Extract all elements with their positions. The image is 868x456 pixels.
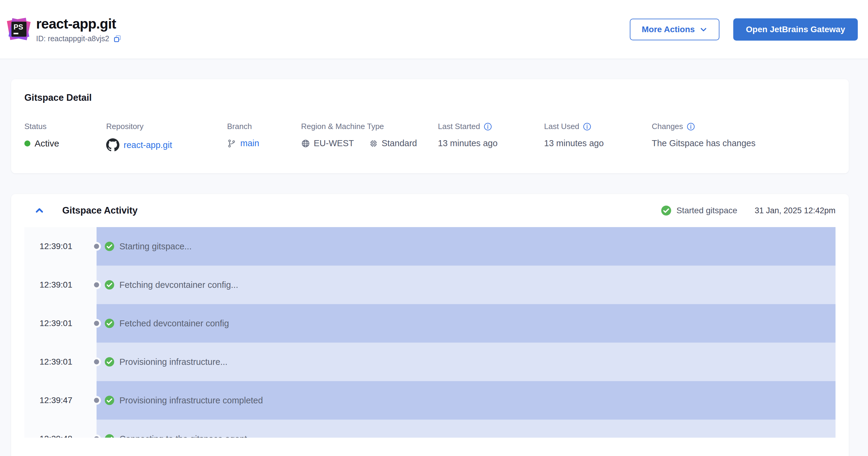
field-last-used: Last Used 13 minutes ago [544,122,652,152]
log-timestamp: 12:39:01 [24,304,97,343]
page-title: react-app.git [36,16,122,32]
repository-link[interactable]: react-app.git [124,140,172,150]
last-started-label: Last Started [438,122,480,131]
chevron-down-icon [700,26,707,33]
log-entry-label: Provisioning infrastructure... [119,357,227,367]
activity-log-row: 12:39:01 Provisioning infrastructure... [24,343,836,381]
activity-heading: Gitspace Activity [62,205,137,216]
log-entry-label: Connecting to the gitspace agent [119,434,247,438]
activity-log-row: 12:39:01 Starting gitspace... [24,227,836,266]
check-circle-icon [661,205,672,216]
timeline-dot-icon [92,281,101,290]
log-timestamp: 12:39:48 [24,420,97,438]
status-value: Active [35,139,59,149]
changes-label: Changes [652,122,683,131]
topbar: PS react-app.git ID: reactappgit-a8vjs2 … [0,0,868,59]
field-changes: Changes The Gitspace has changes [652,122,836,152]
last-used-value: 13 minutes ago [544,139,652,148]
more-actions-button[interactable]: More Actions [630,19,719,40]
activity-log-row: 12:39:47 Provisioning infrastructure com… [24,381,836,420]
repository-label: Repository [106,122,227,131]
status-active-dot-icon [24,141,30,147]
branch-link[interactable]: main [240,139,259,148]
gitspace-id: ID: reactappgit-a8vjs2 [36,34,109,43]
activity-log-row: 12:39:01 Fetching devcontainer config... [24,266,836,304]
copy-icon[interactable] [113,34,122,43]
collapse-activity-button[interactable] [33,205,45,217]
detail-heading: Gitspace Detail [24,92,836,103]
activity-log-row: 12:39:48 Connecting to the gitspace agen… [24,420,836,438]
logo-ps-monogram: PS [11,22,27,37]
info-icon[interactable] [583,122,591,131]
check-circle-icon [104,241,115,251]
github-icon [106,139,119,152]
log-timestamp: 12:39:01 [24,343,97,381]
info-icon[interactable] [687,122,695,131]
log-entry: Provisioning infrastructure... [97,343,836,381]
chevron-up-icon [33,205,45,217]
log-entry-label: Fetched devcontainer config [119,318,229,329]
log-entry: Provisioning infrastructure completed [97,381,836,420]
log-timestamp: 12:39:01 [24,227,97,266]
log-timestamp: 12:39:01 [24,266,97,304]
globe-icon [301,139,310,148]
timeline-dot-icon [92,319,101,328]
field-last-started: Last Started 13 minutes ago [438,122,544,152]
region-machine-label: Region & Machine Type [301,122,438,131]
timeline-dot-icon [92,242,101,251]
activity-log[interactable]: 12:39:01 Starting gitspace... 12:39:01 F… [24,227,836,438]
timeline-dot-icon [92,358,101,366]
log-entry: Fetched devcontainer config [97,304,836,343]
activity-log-row: 12:39:01 Fetched devcontainer config [24,304,836,343]
log-entry-label: Provisioning infrastructure completed [119,396,263,405]
more-actions-label: More Actions [642,25,695,34]
check-circle-icon [104,318,115,329]
log-entry: Fetching devcontainer config... [97,266,836,304]
field-status: Status Active [24,122,106,152]
timeline-dot-icon [92,396,101,405]
last-used-label: Last Used [544,122,579,131]
log-entry-label: Fetching devcontainer config... [119,280,238,290]
machine-type-value: Standard [382,139,417,148]
status-label: Status [24,122,106,131]
check-circle-icon [104,395,115,405]
field-region-machine: Region & Machine Type EU-WEST [301,122,438,152]
activity-timestamp: 31 Jan, 2025 12:42pm [754,206,836,215]
log-entry: Starting gitspace... [97,227,836,266]
branch-label: Branch [227,122,301,131]
phpstorm-logo-icon: PS [7,17,31,42]
check-circle-icon [104,357,115,367]
gitspace-detail-card: Gitspace Detail Status Active Repository… [11,79,849,173]
cpu-icon [369,139,378,148]
open-jetbrains-gateway-button[interactable]: Open JetBrains Gateway [733,18,858,40]
activity-status-text: Started gitspace [676,206,737,215]
field-repository: Repository react-app.git [106,122,227,152]
changes-value: The Gitspace has changes [652,139,836,148]
region-value: EU-WEST [314,139,354,148]
field-branch: Branch main [227,122,301,152]
log-entry-label: Starting gitspace... [119,242,192,251]
gitspace-activity-card: Gitspace Activity Started gitspace 31 Ja… [11,194,849,456]
info-icon[interactable] [484,122,492,131]
check-circle-icon [104,434,115,438]
log-timestamp: 12:39:47 [24,381,97,420]
log-entry: Connecting to the gitspace agent [97,420,836,438]
git-branch-icon [227,139,236,148]
last-started-value: 13 minutes ago [438,139,544,148]
check-circle-icon [104,280,115,290]
